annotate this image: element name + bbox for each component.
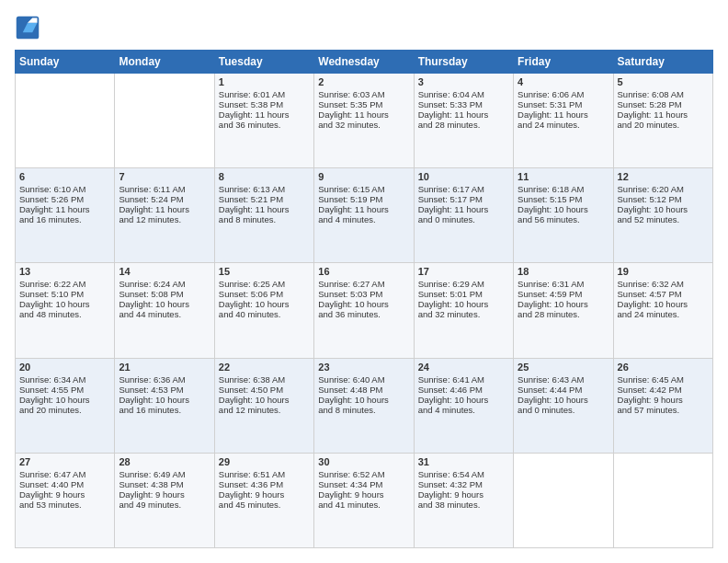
day-info-line: Daylight: 11 hours <box>219 109 310 120</box>
calendar-body: 1Sunrise: 6:01 AMSunset: 5:38 PMDaylight… <box>16 74 713 548</box>
day-info-line: Sunrise: 6:52 AM <box>318 469 409 479</box>
weekday-header-cell: Monday <box>115 51 214 74</box>
weekday-header-cell: Sunday <box>16 51 115 74</box>
day-info-line: and 20 minutes. <box>618 120 709 130</box>
day-info-line: Sunrise: 6:25 AM <box>219 279 310 289</box>
day-info-line: Sunset: 5:08 PM <box>119 289 210 299</box>
day-info-line: Sunset: 4:48 PM <box>318 385 409 395</box>
day-info-line: Sunset: 5:12 PM <box>618 194 709 204</box>
day-info-line: Sunset: 4:38 PM <box>119 479 210 489</box>
day-number: 15 <box>219 266 310 277</box>
day-info-line: Sunset: 5:35 PM <box>318 99 409 109</box>
day-info-line: Daylight: 10 hours <box>318 299 409 309</box>
day-info-line: Sunrise: 6:08 AM <box>618 89 709 99</box>
day-info-line: and 24 minutes. <box>518 120 609 130</box>
day-info-line: Sunset: 4:40 PM <box>19 479 110 489</box>
weekday-header-cell: Saturday <box>613 51 712 74</box>
day-info-line: and 20 minutes. <box>19 405 110 415</box>
day-info-line: Sunrise: 6:24 AM <box>119 279 210 289</box>
day-info-line: Daylight: 11 hours <box>219 204 310 214</box>
day-info-line: Sunset: 4:34 PM <box>318 479 409 489</box>
day-info-line: Sunset: 5:06 PM <box>219 289 310 299</box>
calendar-cell: 14Sunrise: 6:24 AMSunset: 5:08 PMDayligh… <box>115 263 214 358</box>
day-number: 20 <box>19 362 110 373</box>
day-info-line: and 36 minutes. <box>219 120 310 130</box>
calendar-cell: 31Sunrise: 6:54 AMSunset: 4:32 PMDayligh… <box>414 453 513 547</box>
day-number: 17 <box>418 266 509 277</box>
day-number: 7 <box>119 171 210 182</box>
day-info-line: and 24 minutes. <box>618 309 709 319</box>
day-info-line: and 40 minutes. <box>219 309 310 319</box>
calendar-cell: 30Sunrise: 6:52 AMSunset: 4:34 PMDayligh… <box>314 453 414 547</box>
calendar-cell: 29Sunrise: 6:51 AMSunset: 4:36 PMDayligh… <box>214 453 313 547</box>
calendar-cell: 16Sunrise: 6:27 AMSunset: 5:03 PMDayligh… <box>314 263 414 358</box>
day-number: 18 <box>518 266 609 277</box>
day-info-line: Daylight: 9 hours <box>318 489 409 500</box>
calendar-cell: 4Sunrise: 6:06 AMSunset: 5:31 PMDaylight… <box>514 74 613 168</box>
day-info-line: Sunrise: 6:22 AM <box>19 279 110 289</box>
day-number: 16 <box>318 266 409 277</box>
calendar-cell: 21Sunrise: 6:36 AMSunset: 4:53 PMDayligh… <box>115 358 214 453</box>
day-info-line: Sunset: 5:03 PM <box>318 289 409 299</box>
calendar-cell: 28Sunrise: 6:49 AMSunset: 4:38 PMDayligh… <box>115 453 214 547</box>
day-info-line: Sunrise: 6:29 AM <box>418 279 509 289</box>
day-info-line: Daylight: 11 hours <box>618 109 709 120</box>
calendar-cell: 20Sunrise: 6:34 AMSunset: 4:55 PMDayligh… <box>16 358 115 453</box>
day-info-line: and 32 minutes. <box>318 120 409 130</box>
day-number: 3 <box>418 76 509 87</box>
calendar-cell <box>115 74 214 168</box>
day-info-line: Daylight: 10 hours <box>518 299 609 309</box>
day-info-line: Sunrise: 6:34 AM <box>19 374 110 385</box>
day-info-line: Sunset: 5:17 PM <box>418 194 509 204</box>
day-info-line: Daylight: 9 hours <box>219 489 310 500</box>
day-info-line: and 12 minutes. <box>119 214 210 224</box>
calendar-week-row: 20Sunrise: 6:34 AMSunset: 4:55 PMDayligh… <box>16 358 713 453</box>
day-info-line: and 28 minutes. <box>418 120 509 130</box>
weekday-header-cell: Friday <box>514 51 613 74</box>
day-number: 9 <box>318 171 409 182</box>
day-info-line: Sunset: 4:55 PM <box>19 385 110 395</box>
day-info-line: Daylight: 10 hours <box>219 395 310 405</box>
day-info-line: and 4 minutes. <box>318 214 409 224</box>
day-info-line: Daylight: 11 hours <box>318 204 409 214</box>
day-info-line: Daylight: 11 hours <box>418 204 509 214</box>
calendar-cell: 19Sunrise: 6:32 AMSunset: 4:57 PMDayligh… <box>613 263 712 358</box>
day-info-line: Sunrise: 6:10 AM <box>19 184 110 194</box>
calendar-cell: 23Sunrise: 6:40 AMSunset: 4:48 PMDayligh… <box>314 358 414 453</box>
day-info-line: Daylight: 10 hours <box>119 395 210 405</box>
calendar-cell: 8Sunrise: 6:13 AMSunset: 5:21 PMDaylight… <box>214 168 313 263</box>
day-info-line: and 8 minutes. <box>318 405 409 415</box>
day-info-line: Daylight: 10 hours <box>19 299 110 309</box>
day-info-line: and 16 minutes. <box>119 405 210 415</box>
day-number: 28 <box>119 456 210 467</box>
day-info-line: Sunset: 4:42 PM <box>618 385 709 395</box>
day-info-line: Sunset: 5:10 PM <box>19 289 110 299</box>
day-info-line: Sunrise: 6:03 AM <box>318 89 409 99</box>
calendar-week-row: 13Sunrise: 6:22 AMSunset: 5:10 PMDayligh… <box>16 263 713 358</box>
day-info-line: Daylight: 10 hours <box>418 299 509 309</box>
day-info-line: and 16 minutes. <box>19 214 110 224</box>
day-info-line: Sunrise: 6:47 AM <box>19 469 110 479</box>
calendar-week-row: 1Sunrise: 6:01 AMSunset: 5:38 PMDaylight… <box>16 74 713 168</box>
day-info-line: and 52 minutes. <box>618 214 709 224</box>
day-info-line: Daylight: 10 hours <box>219 299 310 309</box>
day-info-line: Sunset: 4:59 PM <box>518 289 609 299</box>
day-info-line: Sunset: 5:28 PM <box>618 99 709 109</box>
day-info-line: Sunrise: 6:01 AM <box>219 89 310 99</box>
day-info-line: Daylight: 9 hours <box>19 489 110 500</box>
day-info-line: and 0 minutes. <box>518 405 609 415</box>
day-info-line: Sunrise: 6:45 AM <box>618 374 709 385</box>
day-info-line: Sunrise: 6:51 AM <box>219 469 310 479</box>
page: SundayMondayTuesdayWednesdayThursdayFrid… <box>0 0 728 563</box>
day-number: 19 <box>618 266 709 277</box>
calendar-cell <box>514 453 613 547</box>
day-info-line: Sunrise: 6:41 AM <box>418 374 509 385</box>
calendar-cell: 18Sunrise: 6:31 AMSunset: 4:59 PMDayligh… <box>514 263 613 358</box>
day-number: 21 <box>119 362 210 373</box>
day-number: 22 <box>219 362 310 373</box>
day-info-line: and 56 minutes. <box>518 214 609 224</box>
day-info-line: Daylight: 10 hours <box>618 299 709 309</box>
day-number: 23 <box>318 362 409 373</box>
day-info-line: Sunset: 4:44 PM <box>518 385 609 395</box>
day-info-line: Sunrise: 6:31 AM <box>518 279 609 289</box>
